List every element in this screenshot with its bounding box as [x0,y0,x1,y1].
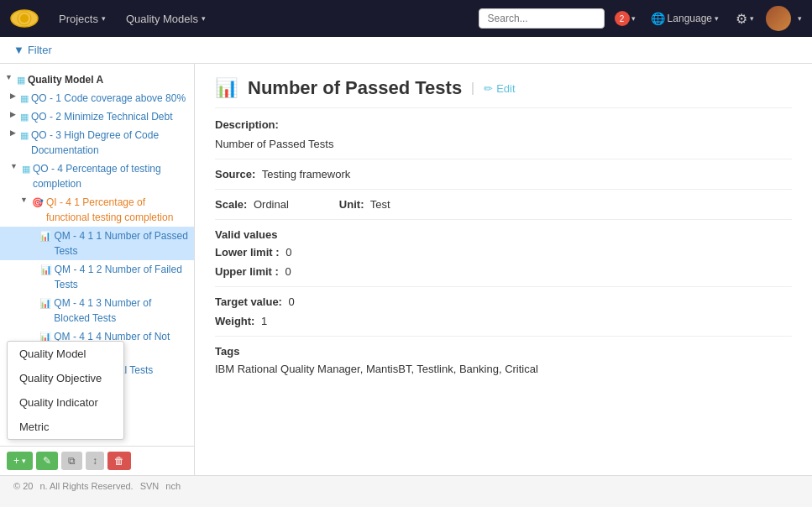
tree-toolbar: + ▾ ✎ ⧉ ↕ 🗑 [0,446,194,475]
source-row: Source: Testing framework [215,168,792,180]
tree-item-qm-411[interactable]: 📊 QM - 4 1 1 Number of Passed Tests [0,227,194,260]
tags-title: Tags [215,345,792,358]
logo[interactable] [10,4,39,33]
language-menu[interactable]: 🌐 Language ▾ [646,8,724,29]
navbar: Projects ▾ Quality Models ▾ 2 ▾ 🌐 Langua… [0,0,812,37]
pencil-icon: ✏ [484,82,493,95]
quality-models-chevron-icon: ▾ [202,14,206,23]
edit-icon: ✎ [43,455,51,467]
copy-button[interactable]: ⧉ [61,452,82,470]
content-panel: 📊 Number of Passed Tests ✏ Edit Descript… [195,64,812,475]
globe-icon: 🌐 [651,12,665,25]
caret-icon [10,128,16,139]
edit-link[interactable]: ✏ Edit [472,82,515,95]
plus-icon: + [13,455,19,467]
quality-objective-icon: ▦ [20,91,29,106]
dropdown-item-quality-model[interactable]: Quality Model [8,342,123,366]
tree-item-qo-3[interactable]: ▦ QO - 3 High Degree of Code Documentati… [0,126,194,159]
content-title-row: 📊 Number of Passed Tests ✏ Edit [215,77,792,108]
filter-button[interactable]: ▼ Filter [13,44,52,56]
language-chevron-icon: ▾ [715,14,719,23]
delete-button[interactable]: 🗑 [107,452,131,470]
tree-item-qo-2[interactable]: ▦ QO - 2 Minimize Technical Debt [0,107,194,126]
notifications-badge[interactable]: 2 ▾ [615,11,636,26]
main-layout: ▦ Quality Model A ▦ QO - 1 Code coverage… [0,64,812,475]
svg-point-2 [20,14,29,23]
quality-objective-icon: ▦ [20,110,29,124]
footer: © 20 n. All Rights Reserved. SVN nch [0,475,812,496]
copy-icon: ⧉ [68,455,76,467]
add-button[interactable]: + ▾ [7,452,33,470]
caret-icon [5,72,13,84]
search-input[interactable] [479,8,605,29]
quality-model-icon: ▦ [17,73,25,87]
tree-panel: ▦ Quality Model A ▦ QO - 1 Code coverage… [0,64,195,475]
caret-icon [10,161,18,173]
notifications-chevron-icon: ▾ [631,14,636,23]
tree-item-qm-413[interactable]: 📊 QM - 4 1 3 Number of Blocked Tests [0,294,194,327]
description-value-row: Number of Passed Tests [215,138,792,150]
tree-item-qo-4[interactable]: ▦ QO - 4 Percentage of testing completio… [0,159,194,193]
dropdown-item-quality-objective[interactable]: Quality Objective [8,366,123,390]
user-avatar[interactable] [766,6,791,31]
lower-limit-row: Lower limit : 0 [215,246,792,259]
content-title: Number of Passed Tests [248,77,462,99]
scale-unit-row: Scale: Ordinal Unit: Test [215,198,792,211]
tags-value-row: IBM Rational Quality Manager, MantisBT, … [215,363,792,375]
projects-chevron-icon: ▾ [102,14,106,23]
upper-limit-row: Upper limit : 0 [215,265,792,278]
settings-chevron-icon: ▾ [750,14,754,23]
dropdown-item-quality-indicator[interactable]: Quality Indicator [8,390,123,415]
metric-icon: 📊 [39,229,51,243]
metric-icon: 📊 [39,296,51,311]
quality-indicator-icon: 🎯 [32,196,44,210]
valid-values-title: Valid values [215,228,792,241]
tree-item-qm-a[interactable]: ▦ Quality Model A [0,71,194,89]
projects-menu[interactable]: Projects ▾ [52,9,113,29]
tree-item-qi-41[interactable]: 🎯 QI - 4 1 Percentage of functional test… [0,193,194,227]
settings-menu[interactable]: ⚙ ▾ [731,8,759,30]
avatar-chevron-icon: ▾ [798,14,802,23]
trash-icon: 🗑 [114,455,124,467]
quality-models-menu[interactable]: Quality Models ▾ [119,9,212,29]
gear-icon: ⚙ [736,11,747,27]
description-row: Description: [215,118,792,131]
edit-button[interactable]: ✎ [36,452,58,470]
badge-count[interactable]: 2 [615,11,630,26]
move-icon: ↕ [92,455,97,467]
add-dropdown-menu: Quality Model Quality Objective Quality … [7,341,124,440]
filter-bar: ▼ Filter [0,37,812,64]
chart-icon: 📊 [215,77,238,99]
caret-icon [10,91,16,102]
move-button[interactable]: ↕ [86,452,104,470]
quality-objective-icon: ▦ [22,162,30,176]
caret-icon [20,195,28,206]
filter-icon: ▼ [13,44,24,56]
tree-item-qo-1[interactable]: ▦ QO - 1 Code coverage above 80% [0,89,194,107]
weight-row: Weight: 1 [215,315,792,327]
dropdown-item-metric[interactable]: Metric [8,415,123,439]
target-value-row: Target value: 0 [215,295,792,308]
quality-objective-icon: ▦ [20,128,29,143]
caret-icon [10,109,16,121]
tree-item-qm-412[interactable]: 📊 QM - 4 1 2 Number of Failed Tests [0,260,194,294]
metric-icon: 📊 [40,263,52,277]
add-chevron-icon: ▾ [22,457,26,465]
